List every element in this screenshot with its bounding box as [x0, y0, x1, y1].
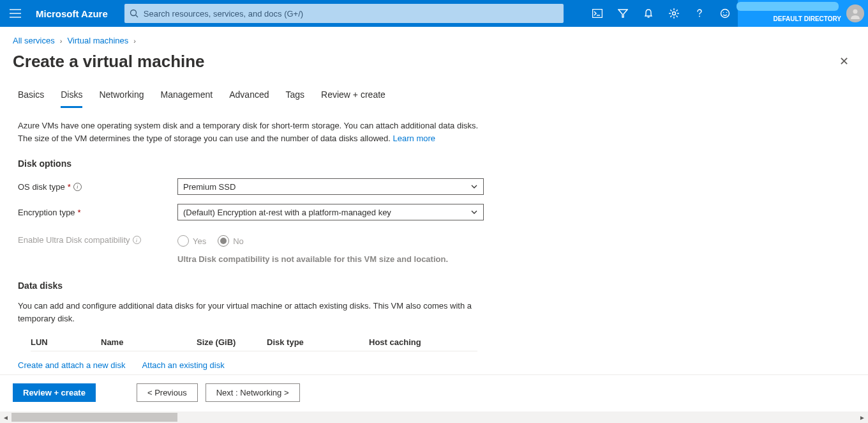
chevron-right-icon: › [60, 37, 63, 45]
required-indicator: * [78, 208, 81, 217]
settings-icon[interactable] [661, 0, 687, 27]
search-input[interactable] [144, 9, 564, 19]
svg-point-3 [130, 10, 136, 16]
tab-advanced[interactable]: Advanced [229, 89, 269, 107]
svg-line-15 [677, 16, 678, 17]
notification-icon[interactable] [636, 0, 661, 27]
chevron-down-icon [470, 208, 478, 216]
chevron-down-icon [470, 183, 478, 190]
menu-toggle[interactable] [0, 0, 31, 27]
review-create-button[interactable]: Review + create [13, 383, 96, 402]
feedback-icon[interactable] [712, 0, 738, 27]
svg-point-20 [723, 12, 724, 13]
svg-rect-5 [593, 10, 602, 18]
crumb-virtual-machines[interactable]: Virtual machines [67, 36, 128, 45]
radio-no: No [218, 235, 244, 247]
crumb-all-services[interactable]: All services [13, 36, 55, 45]
svg-point-9 [673, 12, 676, 15]
svg-point-22 [853, 10, 858, 14]
section-disk-options: Disk options [18, 158, 850, 169]
col-lun: LUN [31, 337, 101, 347]
svg-marker-7 [618, 10, 627, 17]
page-title: Create a virtual machine [13, 52, 833, 72]
select-encryption-type[interactable]: (Default) Encryption at-rest with a plat… [177, 204, 484, 220]
required-indicator: * [68, 182, 71, 192]
desc-line-1: Azure VMs have one operating system disk… [18, 121, 478, 130]
label-os-disk-type: OS disk type * i [18, 182, 177, 192]
ultra-disk-hint: Ultra Disk compatibility is not availabl… [177, 254, 484, 264]
help-icon[interactable] [687, 0, 712, 27]
col-size: Size (GiB) [197, 337, 267, 347]
scrollbar-thumb[interactable] [11, 413, 177, 422]
directory-label: DEFAULT DIRECTORY [774, 15, 841, 22]
scroll-right-icon[interactable]: ► [857, 411, 868, 423]
row-os-disk-type: OS disk type * i Premium SSD [18, 178, 850, 196]
svg-line-17 [677, 10, 678, 11]
link-attach-disk[interactable]: Attach an existing disk [142, 360, 224, 370]
data-disks-description: You can add and configure additional dat… [18, 300, 490, 325]
radio-label: Yes [193, 236, 206, 246]
row-ultra-disk: Enable Ultra Disk compatibility i Yes No… [18, 235, 850, 264]
global-header: Microsoft Azure DEFAULT DIRECTORY [0, 0, 868, 27]
label-ultra-disk: Enable Ultra Disk compatibility i [18, 235, 177, 245]
info-icon[interactable]: i [73, 183, 82, 191]
avatar-icon[interactable] [846, 4, 864, 22]
svg-point-18 [699, 16, 700, 17]
col-name: Name [101, 337, 197, 347]
svg-line-16 [670, 16, 671, 17]
next-button[interactable]: Next : Networking > [206, 383, 300, 402]
previous-button[interactable]: < Previous [137, 383, 198, 402]
col-cache: Host caching [369, 337, 465, 347]
col-type: Disk type [267, 337, 369, 347]
svg-point-19 [721, 10, 730, 18]
tab-tags[interactable]: Tags [286, 89, 305, 107]
close-icon[interactable]: ✕ [833, 50, 855, 72]
chevron-right-icon: › [133, 37, 136, 45]
select-value: Premium SSD [183, 182, 236, 192]
tab-disks[interactable]: Disks [61, 89, 82, 108]
select-value: (Default) Encryption at-rest with a plat… [183, 208, 391, 217]
tab-description: Azure VMs have one operating system disk… [18, 119, 516, 144]
row-encryption-type: Encryption type * (Default) Encryption a… [18, 203, 850, 221]
tab-networking[interactable]: Networking [99, 89, 144, 107]
data-disks-table-header: LUN Name Size (GiB) Disk type Host cachi… [31, 334, 477, 351]
cloud-shell-icon[interactable] [585, 0, 610, 27]
title-row: Create a virtual machine ✕ [0, 48, 868, 79]
learn-more-link[interactable]: Learn more [393, 134, 435, 143]
wizard-footer: Review + create < Previous Next : Networ… [0, 374, 868, 410]
label-encryption-type: Encryption type * [18, 208, 177, 217]
global-search[interactable] [124, 4, 564, 23]
svg-line-4 [135, 15, 138, 18]
horizontal-scrollbar[interactable]: ◄ ► [0, 411, 868, 423]
data-disk-actions: Create and attach a new disk Attach an e… [18, 360, 850, 370]
link-create-disk[interactable]: Create and attach a new disk [18, 360, 125, 370]
redaction-stripe [737, 2, 839, 11]
breadcrumb: All services › Virtual machines › [0, 27, 868, 48]
filter-icon[interactable] [610, 0, 636, 27]
tab-review[interactable]: Review + create [321, 89, 385, 107]
radio-yes: Yes [177, 235, 206, 247]
tab-basics[interactable]: Basics [18, 89, 44, 107]
select-os-disk-type[interactable]: Premium SSD [177, 178, 484, 195]
brand-label[interactable]: Microsoft Azure [31, 8, 119, 19]
section-data-disks: Data disks [18, 281, 850, 291]
tab-strip: Basics Disks Networking Management Advan… [18, 89, 850, 108]
desc-line-2: The size of the VM determines the type o… [18, 134, 393, 143]
content-scroll[interactable]: Basics Disks Networking Management Advan… [0, 77, 868, 374]
search-icon [124, 9, 144, 18]
scroll-left-icon[interactable]: ◄ [0, 411, 11, 423]
svg-point-21 [726, 12, 728, 13]
radio-label: No [233, 236, 244, 246]
svg-line-14 [670, 10, 671, 11]
tab-management[interactable]: Management [161, 89, 213, 107]
radio-group-ultra: Yes No [177, 235, 484, 247]
info-icon[interactable]: i [133, 236, 141, 244]
